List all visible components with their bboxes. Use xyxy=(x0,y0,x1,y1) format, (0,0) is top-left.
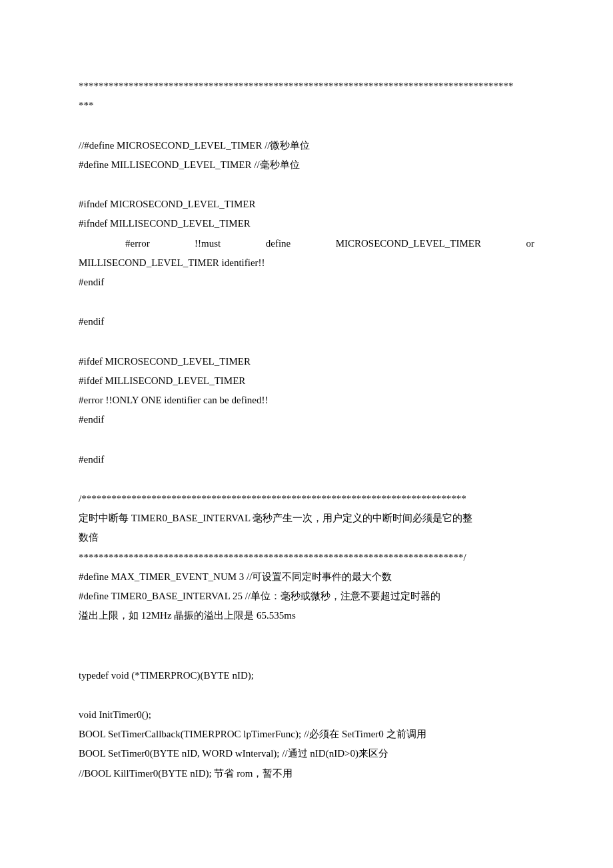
code-line: 定时中断每 TIMER0_BASE_INTERVAL 毫秒产生一次，用户定义的中… xyxy=(79,509,534,528)
blank-line xyxy=(79,175,534,195)
code-line: 数倍 xyxy=(79,528,534,547)
code-line: #endif xyxy=(79,273,534,292)
code-line: #ifndef MICROSECOND_LEVEL_TIMER xyxy=(79,195,534,214)
blank-line xyxy=(79,803,534,823)
code-line: ****************************************… xyxy=(79,77,534,96)
blank-line xyxy=(79,646,534,666)
token: !!must xyxy=(195,234,221,253)
blank-line xyxy=(79,292,534,312)
code-line: BOOL SetTimer0(BYTE nID, WORD wInterval)… xyxy=(79,744,534,763)
code-line: #endif xyxy=(79,450,534,469)
code-line: 溢出上限，如 12MHz 晶振的溢出上限是 65.535ms xyxy=(79,606,534,625)
token: MICROSECOND_LEVEL_TIMER xyxy=(336,234,481,253)
code-line: #ifdef MILLISECOND_LEVEL_TIMER xyxy=(79,371,534,391)
code-line: #error !!ONLY ONE identifier can be defi… xyxy=(79,391,534,410)
code-line: #endif xyxy=(79,410,534,429)
token: #error xyxy=(79,234,150,253)
code-line: #define TIMER0_BASE_INTERVAL 25 //单位：毫秒或… xyxy=(79,587,534,606)
blank-line xyxy=(79,685,534,705)
code-line: #endif xyxy=(79,312,534,331)
code-line: ****************************************… xyxy=(79,548,534,567)
code-line: #define MAX_TIMER_EVENT_NUM 3 //可设置不同定时事… xyxy=(79,567,534,587)
blank-line xyxy=(79,626,534,646)
code-line: #define MILLISECOND_LEVEL_TIMER //毫秒单位 xyxy=(79,155,534,175)
token: or xyxy=(526,234,534,253)
code-line: typedef void (*TIMERPROC)(BYTE nID); xyxy=(79,666,534,685)
blank-line xyxy=(79,823,534,843)
document-page: ****************************************… xyxy=(0,0,613,868)
code-line: #ifdef MICROSECOND_LEVEL_TIMER xyxy=(79,352,534,371)
code-line: //BOOL KillTimer0(BYTE nID); 节省 rom，暂不用 xyxy=(79,764,534,783)
code-line: MILLISECOND_LEVEL_TIMER identifier!! xyxy=(79,253,534,273)
code-line: void InitTimer0(); xyxy=(79,705,534,725)
blank-line xyxy=(79,783,534,803)
code-line: //#define MICROSECOND_LEVEL_TIMER //微秒单位 xyxy=(79,136,534,155)
token: define xyxy=(266,234,291,253)
blank-line xyxy=(79,469,534,489)
code-line-justified: #error !!must define MICROSECOND_LEVEL_T… xyxy=(79,234,534,253)
blank-line xyxy=(79,843,534,863)
blank-line xyxy=(79,430,534,450)
blank-line xyxy=(79,332,534,352)
blank-line xyxy=(79,116,534,136)
code-line: #ifndef MILLISECOND_LEVEL_TIMER xyxy=(79,214,534,233)
code-line: BOOL SetTimerCallback(TIMERPROC lpTimerF… xyxy=(79,725,534,744)
code-line: *** xyxy=(79,96,534,115)
code-line: /***************************************… xyxy=(79,489,534,509)
code-line: ////////////////////////////////////////… xyxy=(79,863,534,868)
